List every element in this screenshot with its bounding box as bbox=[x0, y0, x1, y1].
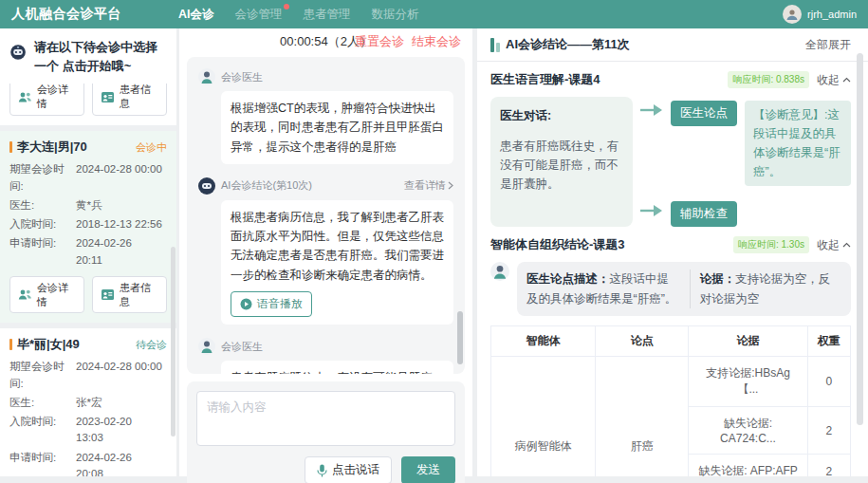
point-description-box: 医生论点描述：这段话中提及的具体诊断结果是“肝癌”。 论据：支持论据为空，反对论… bbox=[517, 262, 851, 316]
chevron-right-icon bbox=[448, 181, 453, 190]
point-description-row: 医生论点描述：这段话中提及的具体诊断结果是“肝癌”。 论据：支持论据为空，反对论… bbox=[490, 262, 851, 316]
card-accent-bar bbox=[9, 141, 12, 153]
id-card-icon bbox=[101, 288, 115, 301]
collapse-label: 收起 bbox=[817, 72, 840, 88]
aux-check-button[interactable]: 辅助检查 bbox=[671, 201, 737, 227]
avatar bbox=[783, 5, 802, 24]
field-doctor: 医生:张*宏 bbox=[9, 395, 167, 411]
consult-detail-label: 会诊详情 bbox=[37, 84, 71, 111]
status-badge: 待会诊 bbox=[136, 338, 167, 352]
view-detail-label: 查看详情 bbox=[404, 178, 446, 193]
patient-name: 李大连|男|70 bbox=[17, 139, 136, 156]
clipped-card-buttons: 会诊详情 患者信息 bbox=[0, 84, 176, 125]
view-detail-link[interactable]: 查看详情 bbox=[404, 178, 453, 193]
evidence-label: 论据： bbox=[700, 272, 736, 286]
section2-header: 智能体自组织结论-课题3 响应时间: 1.30s 收起 bbox=[490, 236, 851, 253]
end-consult-button[interactable]: 结束会诊 bbox=[412, 33, 461, 50]
collapse-label: 收起 bbox=[817, 237, 840, 253]
top-navbar: 人机融合会诊平台 AI会诊 会诊管理 患者管理 数据分析 rjrh_admin bbox=[0, 0, 868, 28]
cell-point: 肝癌 bbox=[595, 357, 689, 476]
notification-dot bbox=[284, 4, 289, 9]
collapse-button[interactable]: 收起 bbox=[817, 72, 851, 88]
sender-name: AI会诊结论(第10次) bbox=[221, 178, 312, 193]
voice-play-label: 语音播放 bbox=[257, 295, 303, 313]
doctor-avatar-icon bbox=[490, 262, 509, 281]
chat-panel: 00:00:54（2人） 重置会诊 结束会诊 会诊医生 根据增强CT的表现，肿瘤… bbox=[179, 28, 472, 476]
message-bubble: 根据患者病历信息，我了解到患者乙肝表面抗原水平为阳性。但是，仅凭这些信息无法确定… bbox=[221, 200, 453, 325]
chat-input[interactable] bbox=[196, 391, 455, 446]
cell-weight: 2 bbox=[807, 407, 851, 455]
field-expected: 期望会诊时间:2024-02-28 00:00 bbox=[9, 359, 167, 392]
cell-weight: 2 bbox=[807, 455, 851, 476]
ai-avatar-icon bbox=[198, 177, 215, 195]
send-button[interactable]: 发送 bbox=[401, 456, 455, 483]
response-time-badge: 响应时间: 0.838s bbox=[728, 71, 809, 88]
consult-detail-button[interactable]: 会诊详情 bbox=[9, 276, 84, 314]
field-doctor: 医生:黄*兵 bbox=[9, 197, 167, 214]
patient-name: 毕*丽|女|49 bbox=[17, 336, 136, 353]
conclusion-header: AI会诊结论——第11次 全部展开 bbox=[477, 36, 868, 62]
table-header-row: 智能体 论点 论据 权重 bbox=[491, 326, 851, 357]
nav-item-data-analysis[interactable]: 数据分析 bbox=[372, 7, 419, 23]
cell-evidence: 缺失论据: AFP:AFP bbox=[689, 455, 807, 476]
cell-evidence: 缺失论据: CA724:C... bbox=[689, 407, 807, 455]
arrow-right-icon bbox=[640, 205, 663, 216]
consult-detail-button[interactable]: 会诊详情 bbox=[9, 84, 84, 116]
diagnosis-opinion: 【诊断意见】:这段话中提及的具体诊断结果是“肝癌”。 bbox=[745, 101, 851, 186]
doctor-avatar-icon bbox=[198, 68, 215, 85]
status-badge: 会诊中 bbox=[136, 140, 167, 155]
table-row: 病例智能体 肝癌 支持论据:HBsAg 【... 0 bbox=[491, 357, 851, 407]
reset-consult-button[interactable]: 重置会诊 bbox=[355, 33, 404, 50]
nav-item-ai-consult[interactable]: AI会诊 bbox=[178, 7, 214, 23]
chat-header: 00:00:54（2人） 重置会诊 结束会诊 bbox=[179, 28, 472, 55]
play-icon bbox=[240, 298, 252, 310]
nav-menu: AI会诊 会诊管理 患者管理 数据分析 bbox=[178, 7, 419, 23]
patient-card[interactable]: 毕*丽|女|49 待会诊 期望会诊时间:2024-02-28 00:00 医生:… bbox=[0, 323, 176, 476]
people-icon bbox=[18, 288, 32, 301]
message-bubble: 根据增强CT的表现，肿瘤符合快进快出的表现，同时患者患有乙肝并且甲胚蛋白异常，提… bbox=[221, 91, 453, 164]
section1-title: 医生语言理解-课题4 bbox=[490, 71, 600, 88]
sidebar-hint: 请在以下待会诊中选择一个 点击开始哦~ bbox=[0, 28, 176, 84]
push-to-talk-button[interactable]: 点击说话 bbox=[305, 456, 392, 483]
conclusion-scrollbar[interactable] bbox=[857, 53, 863, 425]
nav-item-consult-manage[interactable]: 会诊管理 bbox=[235, 7, 283, 23]
patient-info-button[interactable]: 患者信息 bbox=[92, 84, 167, 116]
sidebar-hint-text: 请在以下待会诊中选择一个 点击开始哦~ bbox=[34, 38, 167, 76]
collapse-button[interactable]: 收起 bbox=[817, 237, 851, 253]
consult-detail-label: 会诊详情 bbox=[37, 281, 71, 309]
dialog-text: 患者有肝癌既往史，有没有可能是肝癌，而不是肝囊肿。 bbox=[500, 139, 619, 191]
patient-sidebar: 请在以下待会诊中选择一个 点击开始哦~ 会诊详情 患者信息 李大连|男|70 会… bbox=[0, 28, 176, 476]
col-agent: 智能体 bbox=[491, 326, 596, 357]
chat-message: 会诊医生 患者有肝癌既往史，有没有可能是肝癌，而不是肝囊肿。 bbox=[198, 338, 453, 374]
bars-icon bbox=[490, 38, 500, 52]
point-description-label: 医生论点描述： bbox=[526, 272, 610, 286]
user-menu[interactable]: rjrh_admin bbox=[783, 5, 857, 24]
microphone-icon bbox=[317, 464, 327, 477]
patient-card[interactable]: 李大连|男|70 会诊中 期望会诊时间:2024-02-28 00:00 医生:… bbox=[0, 125, 176, 323]
response-time-badge: 响应时间: 1.30s bbox=[733, 236, 809, 253]
message-list[interactable]: 会诊医生 根据增强CT的表现，肿瘤符合快进快出的表现，同时患者患有乙肝并且甲胚蛋… bbox=[187, 57, 465, 374]
field-expected: 期望会诊时间:2024-02-28 00:00 bbox=[9, 161, 167, 195]
doctor-point-button[interactable]: 医生论点 bbox=[671, 101, 737, 126]
nav-item-patient-manage[interactable]: 患者管理 bbox=[304, 7, 351, 23]
col-weight: 权重 bbox=[807, 326, 851, 357]
point-description: 医生论点描述：这段话中提及的具体诊断结果是“肝癌”。 bbox=[526, 269, 691, 308]
id-card-icon bbox=[101, 91, 115, 103]
field-applied: 申请时间:2024-02-26 20:08 bbox=[9, 450, 167, 476]
conclusion-panel: AI会诊结论——第11次 全部展开 医生语言理解-课题4 响应时间: 0.838… bbox=[477, 28, 868, 476]
sidebar-scrollbar[interactable] bbox=[171, 247, 175, 437]
app-title: 人机融合会诊平台 bbox=[11, 6, 121, 23]
nav-item-label: 会诊管理 bbox=[235, 8, 283, 21]
sender-name: 会诊医生 bbox=[221, 340, 263, 354]
agent-table: 智能体 论点 论据 权重 病例智能体 肝癌 支持论据:HBsAg 【... 0 … bbox=[490, 325, 851, 476]
push-to-talk-label: 点击说话 bbox=[332, 462, 379, 478]
chat-input-area: 点击说话 发送 bbox=[187, 381, 465, 483]
message-text: 根据患者病历信息，我了解到患者乙肝表面抗原水平为阳性。但是，仅凭这些信息无法确定… bbox=[231, 211, 444, 282]
expand-all-button[interactable]: 全部展开 bbox=[805, 37, 851, 53]
patient-info-button[interactable]: 患者信息 bbox=[92, 276, 167, 314]
field-admitted: 入院时间:2018-12-13 22:56 bbox=[9, 216, 167, 232]
cell-weight: 0 bbox=[807, 357, 851, 407]
patient-info-label: 患者信息 bbox=[120, 281, 154, 309]
chat-scrollbar[interactable] bbox=[457, 311, 463, 364]
voice-play-button[interactable]: 语音播放 bbox=[231, 291, 312, 317]
